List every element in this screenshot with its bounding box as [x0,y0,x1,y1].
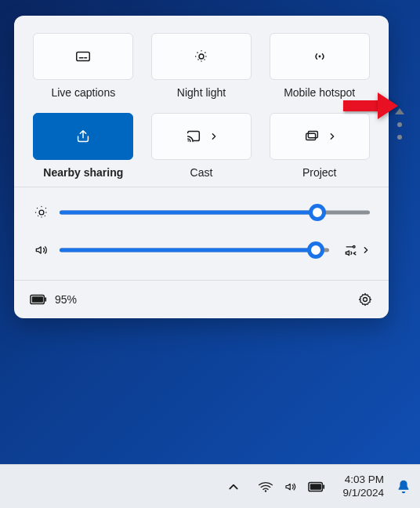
settings-button[interactable] [357,292,373,307]
volume-fill [60,249,316,252]
scroll-up-button[interactable] [395,108,404,114]
chevron-right-icon [362,246,370,254]
cast-button[interactable] [151,113,252,160]
battery-icon [30,294,47,305]
project-button[interactable] [270,113,370,160]
chevron-right-icon [210,132,218,140]
live-captions-button[interactable] [33,33,133,80]
svg-point-7 [353,246,355,249]
night-light-button[interactable] [151,33,252,80]
svg-rect-10 [45,297,46,302]
tile-nearby-sharing: Nearby sharing [33,113,134,179]
tile-live-captions: Live captions [33,33,134,99]
brightness-fill [60,211,317,215]
tile-cast: Cast [151,113,252,179]
svg-rect-4 [308,132,317,138]
project-icon [303,128,320,145]
svg-point-1 [199,54,204,59]
tray-overflow-button[interactable] [222,478,245,495]
wifi-icon [258,481,273,493]
panel-footer: 95% [14,281,389,318]
taskbar-time: 4:03 PM [342,474,384,486]
brightness-thumb[interactable] [309,204,326,221]
tile-mobile-hotspot: Mobile hotspot [269,33,370,99]
tray-network-volume-battery[interactable] [252,477,331,497]
volume-icon [33,242,50,258]
battery-status[interactable]: 95% [30,293,77,306]
volume-row [33,242,370,258]
volume-output-button[interactable] [339,242,370,258]
svg-rect-0 [77,53,90,61]
chevron-up-icon [228,481,239,492]
svg-rect-9 [32,296,43,302]
nearby-sharing-button[interactable] [33,113,133,160]
volume-slider[interactable] [60,242,329,258]
tile-project: Project [269,113,370,179]
tile-label: Nearby sharing [43,166,123,179]
taskbar-clock[interactable]: 4:03 PM 9/1/2024 [338,472,389,500]
svg-point-11 [364,298,368,302]
tile-label: Night light [177,86,226,99]
gear-icon [357,292,373,307]
notifications-button[interactable] [395,478,412,495]
svg-point-12 [265,490,266,492]
taskbar: 4:03 PM 9/1/2024 [0,464,420,508]
tile-label: Mobile hotspot [284,86,355,99]
svg-rect-15 [324,484,325,489]
battery-text: 95% [55,293,77,306]
panel-scroll-affordance [395,108,404,140]
audio-output-icon [343,242,359,258]
scroll-dot [397,135,402,140]
bell-icon [395,478,412,495]
sliders-section [14,187,389,281]
captions-icon [74,48,92,65]
taskbar-date: 9/1/2024 [342,487,384,499]
tile-label: Cast [190,166,213,179]
volume-thumb[interactable] [307,241,324,259]
tile-night-light: Night light [151,33,252,99]
chevron-right-icon [328,132,336,140]
volume-icon [283,480,299,494]
scroll-dot [397,122,402,127]
svg-point-3 [187,140,189,142]
brightness-row [33,205,370,220]
cast-icon [185,128,202,145]
share-icon [74,128,92,145]
tile-label: Project [302,166,337,179]
night-light-icon [193,48,210,65]
tile-label: Live captions [51,86,115,99]
brightness-icon [33,205,50,220]
quick-actions-grid: Live captions Night light Mobile hotspot [14,16,389,187]
battery-icon [308,481,325,492]
brightness-slider[interactable] [60,205,370,220]
mobile-hotspot-button[interactable] [270,33,370,80]
svg-point-6 [39,210,44,215]
quick-settings-panel: Live captions Night light Mobile hotspot [14,16,389,318]
svg-rect-5 [306,133,315,140]
svg-point-2 [318,56,320,58]
svg-rect-14 [310,484,321,489]
hotspot-icon [311,48,328,65]
